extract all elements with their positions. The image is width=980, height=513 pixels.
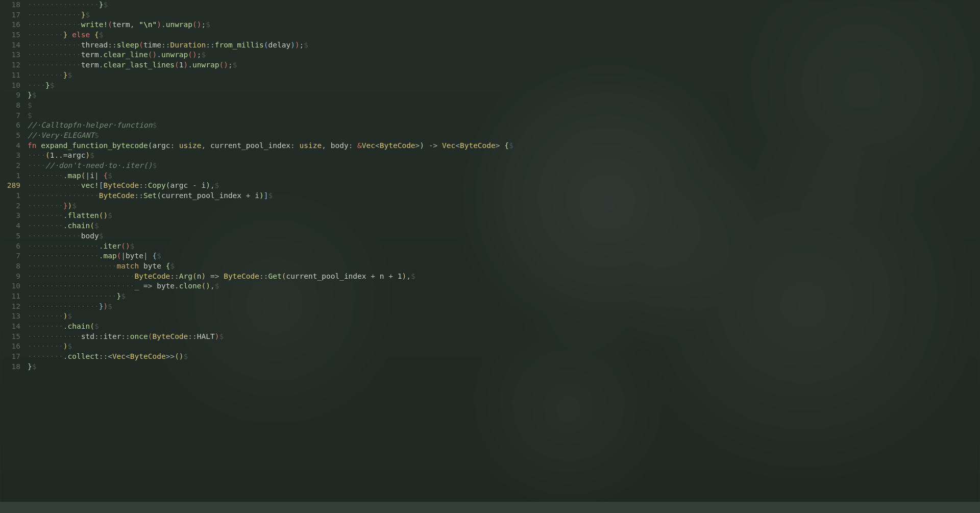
- token-eol: $: [184, 352, 188, 360]
- code-line[interactable]: fn expand_function_bytecode(argc: usize,…: [28, 141, 980, 151]
- code-line[interactable]: ················.map(|byte| {$: [28, 251, 980, 261]
- token-fn: chain: [68, 222, 90, 230]
- code-line[interactable]: ········})$: [28, 201, 980, 211]
- token-p: [36, 141, 41, 150]
- token-id: i: [90, 172, 94, 180]
- token-par1: ): [259, 191, 264, 200]
- code-line[interactable]: ············vec![ByteCode::Copy(argc - i…: [28, 181, 980, 191]
- code-line[interactable]: //·Very·ELEGANT$: [28, 131, 980, 141]
- code-line[interactable]: ············thread::sleep(time::Duration…: [28, 40, 980, 51]
- token-fn: chain: [68, 322, 90, 330]
- token-id: term: [112, 20, 130, 29]
- token-id: byte: [126, 252, 143, 260]
- code-line[interactable]: ········)$: [28, 341, 980, 352]
- code-line[interactable]: ········.collect::<Vec<ByteCode>>()$: [28, 352, 980, 362]
- token-fn: clone: [179, 282, 202, 290]
- token-id: byte: [143, 262, 161, 270]
- token-p: .: [63, 352, 68, 360]
- token-p: .: [63, 222, 68, 230]
- line-number: 17: [0, 10, 23, 20]
- token-ws: ············: [28, 232, 81, 240]
- token-p: ;: [202, 20, 206, 29]
- code-line[interactable]: ················.iter()$: [28, 241, 980, 252]
- line-number: 3: [0, 211, 23, 221]
- code-line[interactable]: ········)$: [28, 311, 980, 322]
- token-id: term: [81, 51, 99, 59]
- token-ws: ············: [28, 61, 81, 69]
- token-ws: ················: [28, 302, 99, 310]
- code-line[interactable]: ········}$: [28, 70, 980, 81]
- code-area[interactable]: ················}$············}$········…: [28, 0, 980, 503]
- code-line[interactable]: ········.chain($: [28, 221, 980, 231]
- token-par2: ): [202, 272, 206, 280]
- code-line[interactable]: ····//·don't·need·to·.iter()$: [28, 161, 980, 171]
- token-fn: iter: [103, 242, 121, 250]
- token-par2: ): [63, 312, 68, 320]
- token-id: time: [143, 41, 161, 49]
- token-eol: $: [219, 332, 224, 340]
- token-id: term: [81, 61, 99, 69]
- code-line[interactable]: ····}$: [28, 81, 980, 91]
- code-line[interactable]: ····(1..=argc)$: [28, 151, 980, 161]
- token-p: .: [63, 211, 68, 219]
- token-par1: (: [157, 191, 161, 200]
- token-eol: $: [304, 41, 308, 49]
- code-line[interactable]: ····················match byte {$: [28, 261, 980, 272]
- token-fn: clear_line: [103, 51, 148, 59]
- code-line[interactable]: ············std::iter::once(ByteCode::HA…: [28, 332, 980, 342]
- token-ws: ············: [28, 20, 81, 29]
- code-line[interactable]: ········.flatten()$: [28, 211, 980, 221]
- token-p: .: [161, 20, 166, 29]
- token-par1: }: [28, 91, 32, 99]
- line-number: 12: [0, 302, 23, 312]
- token-p: -: [188, 181, 201, 189]
- line-number: 15: [0, 332, 23, 342]
- token-eol: $: [90, 151, 94, 159]
- token-p: ->: [424, 141, 442, 150]
- code-line[interactable]: ········.map(|i| {$: [28, 171, 980, 181]
- code-line[interactable]: $: [28, 111, 980, 121]
- code-line[interactable]: ························ByteCode::Arg(n)…: [28, 272, 980, 282]
- token-p: ,: [130, 20, 139, 29]
- token-p: ::: [121, 332, 130, 340]
- token-p: [139, 262, 143, 270]
- code-line[interactable]: ················ByteCode::Set(current_po…: [28, 191, 980, 201]
- code-line[interactable]: $: [28, 101, 980, 111]
- token-ws: ················: [28, 191, 99, 200]
- token-mac: write!: [81, 20, 108, 29]
- code-line[interactable]: ········} else {$: [28, 30, 980, 40]
- code-line[interactable]: ················}$: [28, 0, 980, 10]
- code-line[interactable]: ············write!(term, "\n").unwrap();…: [28, 20, 980, 30]
- code-line[interactable]: ············term.clear_last_lines(1).unw…: [28, 60, 980, 70]
- token-p: +: [384, 272, 397, 280]
- token-ws: ········: [28, 322, 63, 330]
- token-str: "\n": [139, 20, 157, 29]
- token-id: iter: [103, 332, 121, 340]
- token-p: [161, 262, 166, 270]
- token-eol: $: [99, 31, 104, 39]
- code-line[interactable]: }$: [28, 90, 980, 101]
- code-line[interactable]: ········.chain($: [28, 322, 980, 332]
- token-p: :: [290, 141, 299, 150]
- code-line[interactable]: ························_ => byte.clone(…: [28, 281, 980, 291]
- token-id: body: [331, 141, 349, 150]
- code-line[interactable]: }$: [28, 362, 980, 372]
- code-line[interactable]: //·Calltopfn·helper·function$: [28, 120, 980, 131]
- token-par1: }: [45, 81, 50, 89]
- token-ws: ············: [28, 41, 81, 49]
- code-line[interactable]: ················})$: [28, 302, 980, 312]
- code-line[interactable]: ············}$: [28, 10, 980, 20]
- line-number: 4: [0, 221, 23, 231]
- token-eol: $: [68, 312, 72, 320]
- code-line[interactable]: ····················}$: [28, 291, 980, 302]
- token-par2: (): [201, 282, 210, 290]
- token-ws: ········: [28, 312, 63, 320]
- code-line[interactable]: ············term.clear_line().unwrap();$: [28, 50, 980, 60]
- line-number: 9: [0, 272, 23, 282]
- token-eol: $: [108, 302, 112, 310]
- code-line[interactable]: ············body$: [28, 231, 980, 241]
- token-p: :: [349, 141, 357, 150]
- token-par4: ): [290, 41, 295, 49]
- text-editor[interactable]: 1817161514131211109876543212891234567891…: [0, 0, 980, 513]
- token-fn: unwrap: [192, 61, 219, 69]
